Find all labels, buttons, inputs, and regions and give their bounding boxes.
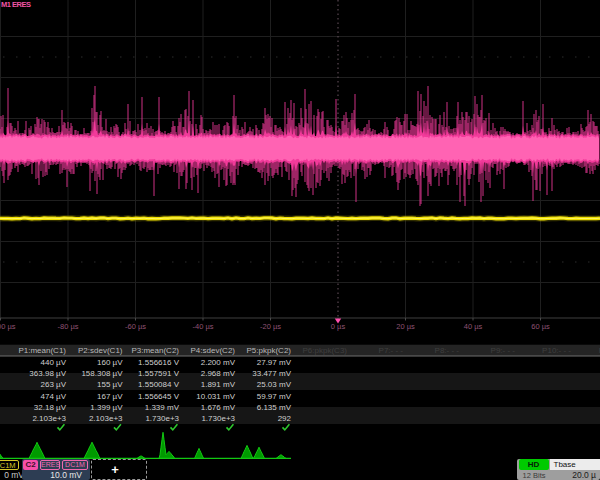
svg-text:-60 µs: -60 µs <box>125 322 146 331</box>
svg-text:160 µV: 160 µV <box>97 358 123 367</box>
svg-text:40 µs: 40 µs <box>464 322 483 331</box>
svg-text:P7:- - -: P7:- - - <box>379 346 404 355</box>
svg-text:167 µV: 167 µV <box>97 392 123 401</box>
svg-text:1.557591 V: 1.557591 V <box>138 369 180 378</box>
svg-text:32.18 µV: 32.18 µV <box>34 403 67 412</box>
svg-text:440 µV: 440 µV <box>40 358 66 367</box>
svg-text:1.730e+3: 1.730e+3 <box>145 414 179 423</box>
svg-text:474 µV: 474 µV <box>40 392 66 401</box>
svg-text:27.97 mV: 27.97 mV <box>257 358 292 367</box>
svg-text:6.135 mV: 6.135 mV <box>257 403 292 412</box>
svg-text:P3:mean(C2): P3:mean(C2) <box>131 346 179 355</box>
svg-text:59.97 mV: 59.97 mV <box>257 392 292 401</box>
svg-text:263 µV: 263 µV <box>40 380 66 389</box>
svg-text:1.891 mV: 1.891 mV <box>201 380 236 389</box>
svg-text:1.730e+3: 1.730e+3 <box>201 414 235 423</box>
svg-text:2.103e+3: 2.103e+3 <box>32 414 66 423</box>
svg-text:1.556645 V: 1.556645 V <box>138 392 180 401</box>
svg-text:158.308 µV: 158.308 µV <box>81 369 123 378</box>
svg-text:P5:pkpk(C2): P5:pkpk(C2) <box>247 346 292 355</box>
svg-text:1.550084 V: 1.550084 V <box>138 380 180 389</box>
svg-text:1.339 mV: 1.339 mV <box>145 403 180 412</box>
svg-text:2.200 mV: 2.200 mV <box>201 358 236 367</box>
svg-text:2.103e+3: 2.103e+3 <box>89 414 123 423</box>
svg-text:M1 ERES: M1 ERES <box>1 0 31 9</box>
svg-text:1.399 µV: 1.399 µV <box>90 403 123 412</box>
svg-text:1.556616 V: 1.556616 V <box>138 358 180 367</box>
svg-text:33.477 mV: 33.477 mV <box>252 369 291 378</box>
svg-text:292: 292 <box>278 414 292 423</box>
svg-text:-20 µs: -20 µs <box>260 322 281 331</box>
svg-text:P8:- - -: P8:- - - <box>435 346 460 355</box>
svg-text:-100 µs: -100 µs <box>0 322 16 331</box>
svg-text:-40 µs: -40 µs <box>193 322 214 331</box>
svg-text:60 µs: 60 µs <box>531 322 550 331</box>
svg-text:P2:sdev(C1): P2:sdev(C1) <box>78 346 123 355</box>
svg-text:10.031 mV: 10.031 mV <box>196 392 235 401</box>
svg-text:363.98 µV: 363.98 µV <box>29 369 66 378</box>
svg-text:2.968 mV: 2.968 mV <box>201 369 236 378</box>
svg-text:P4:sdev(C2): P4:sdev(C2) <box>191 346 236 355</box>
svg-text:P9:- - -: P9:- - - <box>491 346 516 355</box>
svg-text:20 µs: 20 µs <box>396 322 415 331</box>
svg-text:-80 µs: -80 µs <box>58 322 79 331</box>
svg-text:1.676 mV: 1.676 mV <box>201 403 236 412</box>
svg-text:P6:pkpk(C3): P6:pkpk(C3) <box>303 346 348 355</box>
svg-text:P1:mean(C1): P1:mean(C1) <box>18 346 66 355</box>
svg-text:155 µV: 155 µV <box>97 380 123 389</box>
svg-text:P10:- - -: P10:- - - <box>542 346 571 355</box>
svg-text:25.03 mV: 25.03 mV <box>257 380 292 389</box>
